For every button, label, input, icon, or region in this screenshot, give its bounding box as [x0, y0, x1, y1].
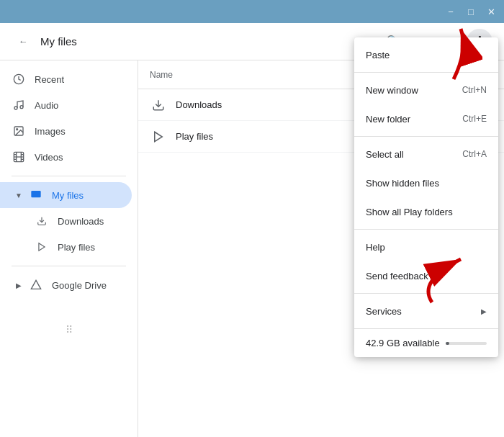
svg-marker-16: [31, 280, 40, 289]
sidebar: Recent Audio Images Videos: [0, 60, 138, 437]
expand-drive-icon: ▶: [12, 278, 26, 292]
menu-item-select-all[interactable]: Select all Ctrl+A: [354, 140, 498, 168]
recent-label: Recent: [35, 74, 120, 85]
titlebar: − □ ✕: [0, 0, 504, 23]
storage-bar-container: [446, 342, 487, 345]
show-play-label: Show all Play folders: [366, 207, 487, 217]
audio-label: Audio: [35, 100, 120, 111]
paste-label: Paste: [366, 50, 487, 60]
page-title: My files: [40, 35, 380, 48]
sidebar-item-google-drive[interactable]: ▶ Google Drive: [0, 272, 132, 298]
menu-item-services[interactable]: Services ▶: [354, 297, 498, 325]
services-arrow-icon: ▶: [481, 307, 487, 315]
svg-point-1: [14, 107, 17, 109]
new-window-label: New window: [366, 85, 462, 96]
my-files-icon: [29, 188, 43, 202]
menu-divider-2: [354, 136, 498, 137]
menu-item-new-folder[interactable]: New folder Ctrl+E: [354, 104, 498, 133]
images-icon: [12, 124, 26, 138]
menu-item-show-play[interactable]: Show all Play folders: [354, 197, 498, 226]
storage-bar: [446, 342, 450, 345]
context-menu: Paste New window Ctrl+N New folder Ctrl+…: [354, 37, 498, 357]
videos-icon: [12, 150, 26, 164]
services-label: Services: [366, 306, 481, 317]
downloads-label: Downloads: [58, 216, 104, 227]
svg-marker-18: [155, 132, 163, 142]
menu-divider-3: [354, 229, 498, 230]
downloads-icon: [35, 214, 49, 228]
menu-divider-1: [354, 72, 498, 73]
minimize-button[interactable]: −: [441, 1, 461, 22]
new-window-shortcut: Ctrl+N: [462, 85, 487, 95]
new-folder-label: New folder: [366, 114, 462, 125]
svg-rect-13: [31, 191, 40, 197]
menu-item-help[interactable]: Help: [354, 233, 498, 261]
sidebar-item-videos[interactable]: Videos: [0, 144, 132, 170]
my-files-label: My files: [52, 190, 120, 201]
svg-point-4: [17, 129, 18, 130]
sidebar-item-images[interactable]: Images: [0, 118, 132, 144]
menu-item-show-hidden[interactable]: Show hidden files: [354, 168, 498, 197]
back-icon: ←: [19, 36, 28, 47]
storage-text: 42.9 GB available: [366, 338, 440, 348]
menu-divider-5: [354, 328, 498, 329]
menu-item-feedback[interactable]: Send feedback: [354, 261, 498, 290]
feedback-label: Send feedback: [366, 271, 487, 281]
recent-icon: [12, 72, 26, 86]
play-files-icon: [35, 240, 49, 254]
downloads-file-icon: [150, 96, 167, 114]
sidebar-item-recent[interactable]: Recent: [0, 66, 132, 92]
select-all-shortcut: Ctrl+A: [462, 149, 487, 159]
play-files-file-icon: [150, 128, 167, 145]
sidebar-sub-item-play-files[interactable]: Play files: [0, 234, 132, 260]
sidebar-divider-1: [12, 176, 126, 176]
restore-button[interactable]: □: [461, 1, 481, 22]
show-hidden-label: Show hidden files: [366, 178, 487, 189]
close-button[interactable]: ✕: [481, 1, 501, 22]
images-label: Images: [35, 126, 120, 137]
sidebar-divider-2: [12, 266, 126, 266]
menu-item-paste[interactable]: Paste: [354, 40, 498, 69]
google-drive-icon: [29, 278, 43, 292]
google-drive-label: Google Drive: [52, 280, 120, 291]
resize-handle[interactable]: ⠿: [66, 324, 73, 335]
audio-icon: [12, 98, 26, 112]
select-all-label: Select all: [366, 149, 462, 160]
storage-info: 42.9 GB available: [354, 332, 498, 354]
back-button[interactable]: ←: [12, 30, 35, 53]
videos-label: Videos: [35, 152, 120, 163]
svg-marker-15: [39, 243, 45, 251]
sidebar-sub-item-downloads[interactable]: Downloads: [0, 208, 132, 234]
play-files-label: Play files: [58, 242, 95, 253]
sidebar-item-my-files[interactable]: ▼ My files: [0, 182, 132, 208]
sidebar-item-audio[interactable]: Audio: [0, 92, 132, 118]
svg-point-2: [20, 106, 23, 109]
menu-item-new-window[interactable]: New window Ctrl+N: [354, 76, 498, 104]
menu-divider-4: [354, 293, 498, 294]
new-folder-shortcut: Ctrl+E: [462, 114, 487, 124]
help-label: Help: [366, 242, 487, 253]
expand-my-files-icon: ▼: [12, 188, 26, 202]
